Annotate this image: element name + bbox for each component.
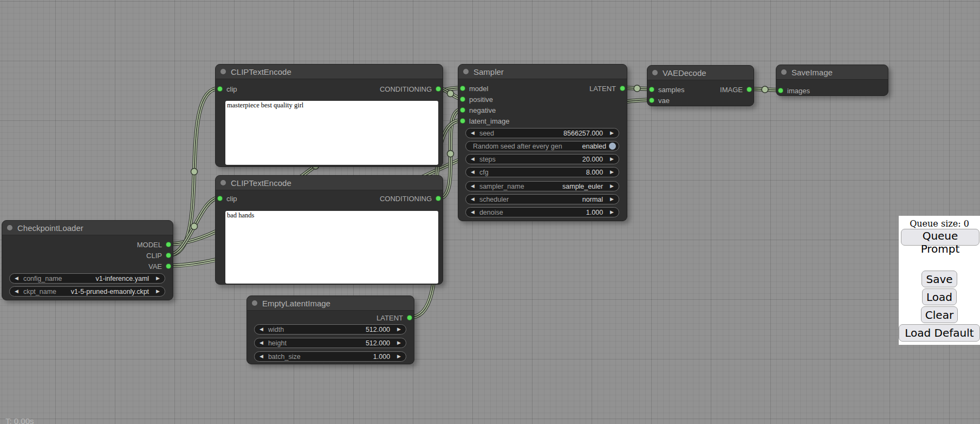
input-slot-images[interactable]: images bbox=[778, 86, 810, 95]
link-midpoint-dot[interactable] bbox=[191, 169, 198, 175]
load-default-button[interactable]: Load Default bbox=[899, 324, 979, 342]
decrement-arrow-icon[interactable]: ◀ bbox=[466, 184, 479, 189]
input-port-icon[interactable] bbox=[460, 86, 465, 91]
node-save-image[interactable]: SaveImage images bbox=[776, 65, 888, 96]
output-slot-clip[interactable]: CLIP bbox=[146, 251, 171, 260]
input-slot-positive[interactable]: positive bbox=[460, 95, 493, 104]
collapse-dot-icon[interactable] bbox=[652, 70, 658, 75]
input-port-icon[interactable] bbox=[460, 107, 465, 113]
prompt-textarea[interactable]: masterpiece best quality girl bbox=[225, 101, 438, 165]
link-midpoint-dot[interactable] bbox=[634, 85, 640, 92]
decrement-arrow-icon[interactable]: ◀ bbox=[466, 157, 479, 162]
node-clip-text-encode-positive[interactable]: CLIPTextEncode clip CONDITIONING masterp… bbox=[215, 64, 443, 167]
collapse-dot-icon[interactable] bbox=[220, 69, 226, 74]
node-title-bar[interactable]: CheckpointLoader bbox=[2, 221, 173, 235]
node-title-bar[interactable]: CLIPTextEncode bbox=[216, 176, 443, 190]
collapse-dot-icon[interactable] bbox=[463, 69, 469, 74]
node-vae-decode[interactable]: VAEDecode samples vae IMAGE bbox=[647, 65, 754, 106]
output-slot-conditioning[interactable]: CONDITIONING bbox=[380, 85, 441, 93]
input-port-icon[interactable] bbox=[460, 97, 465, 102]
widget-width[interactable]: ◀ width 512.000 ▶ bbox=[254, 324, 406, 335]
output-port-icon[interactable] bbox=[166, 264, 171, 269]
link-midpoint-dot[interactable] bbox=[447, 91, 454, 97]
node-title-bar[interactable]: CLIPTextEncode bbox=[216, 65, 443, 79]
decrement-arrow-icon[interactable]: ◀ bbox=[466, 197, 479, 202]
widget-sampler-name[interactable]: ◀ sampler_name sample_euler ▶ bbox=[465, 181, 619, 191]
output-port-icon[interactable] bbox=[166, 242, 171, 247]
increment-arrow-icon[interactable]: ▶ bbox=[392, 354, 406, 359]
load-button[interactable]: Load bbox=[922, 288, 957, 305]
node-title-bar[interactable]: EmptyLatentImage bbox=[247, 296, 414, 311]
collapse-dot-icon[interactable] bbox=[7, 225, 12, 230]
clear-button[interactable]: Clear bbox=[921, 306, 958, 323]
output-port-icon[interactable] bbox=[166, 253, 171, 258]
node-checkpoint-loader[interactable]: CheckpointLoader MODEL CLIP VAE ◀ config… bbox=[2, 220, 173, 300]
decrement-arrow-icon[interactable]: ◀ bbox=[255, 327, 268, 332]
output-port-icon[interactable] bbox=[620, 86, 625, 91]
widget-denoise[interactable]: ◀ denoise 1.000 ▶ bbox=[465, 207, 619, 217]
output-slot-model[interactable]: MODEL bbox=[137, 240, 171, 249]
increment-arrow-icon[interactable]: ▶ bbox=[605, 197, 619, 202]
increment-arrow-icon[interactable]: ▶ bbox=[392, 341, 406, 345]
link-midpoint-dot[interactable] bbox=[447, 151, 454, 157]
output-slot-conditioning[interactable]: CONDITIONING bbox=[380, 194, 441, 203]
node-title-bar[interactable]: Sampler bbox=[458, 65, 627, 79]
input-slot-model[interactable]: model bbox=[460, 84, 488, 93]
widget-seed[interactable]: ◀ seed 8566257.000 ▶ bbox=[465, 128, 619, 138]
output-slot-image[interactable]: IMAGE bbox=[720, 85, 752, 94]
widget-config-name[interactable]: ◀ config_name v1-inference.yaml ▶ bbox=[9, 273, 165, 284]
increment-arrow-icon[interactable]: ▶ bbox=[605, 131, 619, 136]
increment-arrow-icon[interactable]: ▶ bbox=[151, 276, 165, 281]
input-port-icon[interactable] bbox=[217, 86, 223, 92]
increment-arrow-icon[interactable]: ▶ bbox=[392, 327, 406, 332]
node-sampler[interactable]: Sampler model positive negative latent_i… bbox=[458, 64, 627, 221]
output-port-icon[interactable] bbox=[436, 196, 441, 201]
increment-arrow-icon[interactable]: ▶ bbox=[605, 184, 619, 189]
input-port-icon[interactable] bbox=[649, 98, 654, 103]
widget-height[interactable]: ◀ height 512.000 ▶ bbox=[254, 338, 406, 348]
queue-prompt-button[interactable]: Queue Prompt bbox=[901, 229, 979, 246]
increment-arrow-icon[interactable]: ▶ bbox=[605, 157, 619, 162]
input-slot-negative[interactable]: negative bbox=[460, 106, 496, 114]
decrement-arrow-icon[interactable]: ◀ bbox=[255, 354, 268, 359]
input-slot-samples[interactable]: samples bbox=[649, 85, 684, 94]
decrement-arrow-icon[interactable]: ◀ bbox=[466, 210, 479, 215]
output-port-icon[interactable] bbox=[407, 315, 412, 320]
output-slot-latent[interactable]: LATENT bbox=[377, 313, 412, 322]
input-port-icon[interactable] bbox=[217, 196, 223, 201]
widget-batch-size[interactable]: ◀ batch_size 1.000 ▶ bbox=[254, 351, 406, 362]
widget-steps[interactable]: ◀ steps 20.000 ▶ bbox=[465, 154, 619, 164]
output-port-icon[interactable] bbox=[436, 86, 441, 92]
decrement-arrow-icon[interactable]: ◀ bbox=[466, 131, 479, 136]
node-empty-latent-image[interactable]: EmptyLatentImage LATENT ◀ width 512.000 … bbox=[246, 295, 414, 364]
collapse-dot-icon[interactable] bbox=[252, 300, 257, 306]
input-slot-clip[interactable]: clip bbox=[217, 85, 237, 93]
input-port-icon[interactable] bbox=[778, 88, 783, 93]
widget-cfg[interactable]: ◀ cfg 8.000 ▶ bbox=[465, 167, 619, 177]
input-slot-vae[interactable]: vae bbox=[649, 96, 670, 105]
decrement-arrow-icon[interactable]: ◀ bbox=[466, 170, 479, 175]
widget-random-seed-after-every-gen[interactable]: Random seed after every gen enabled bbox=[465, 141, 619, 151]
decrement-arrow-icon[interactable]: ◀ bbox=[10, 289, 23, 294]
increment-arrow-icon[interactable]: ▶ bbox=[605, 170, 619, 175]
link-midpoint-dot[interactable] bbox=[191, 223, 198, 230]
node-title-bar[interactable]: VAEDecode bbox=[647, 66, 754, 80]
decrement-arrow-icon[interactable]: ◀ bbox=[255, 341, 268, 345]
output-port-icon[interactable] bbox=[747, 87, 752, 92]
toggle-knob-icon[interactable] bbox=[609, 143, 616, 150]
widget-ckpt-name[interactable]: ◀ ckpt_name v1-5-pruned-emaonly.ckpt ▶ bbox=[9, 286, 165, 297]
save-button[interactable]: Save bbox=[921, 271, 957, 287]
input-slot-clip[interactable]: clip bbox=[217, 194, 237, 203]
widget-scheduler[interactable]: ◀ scheduler normal ▶ bbox=[465, 194, 619, 204]
collapse-dot-icon[interactable] bbox=[781, 69, 787, 75]
decrement-arrow-icon[interactable]: ◀ bbox=[10, 276, 23, 281]
node-title-bar[interactable]: SaveImage bbox=[776, 65, 888, 80]
prompt-textarea[interactable]: bad hands bbox=[225, 211, 438, 284]
input-port-icon[interactable] bbox=[649, 87, 654, 92]
collapse-dot-icon[interactable] bbox=[220, 180, 226, 185]
increment-arrow-icon[interactable]: ▶ bbox=[151, 289, 165, 294]
output-slot-vae[interactable]: VAE bbox=[148, 262, 171, 271]
input-port-icon[interactable] bbox=[460, 118, 465, 124]
output-slot-latent[interactable]: LATENT bbox=[589, 84, 625, 93]
increment-arrow-icon[interactable]: ▶ bbox=[605, 210, 619, 215]
